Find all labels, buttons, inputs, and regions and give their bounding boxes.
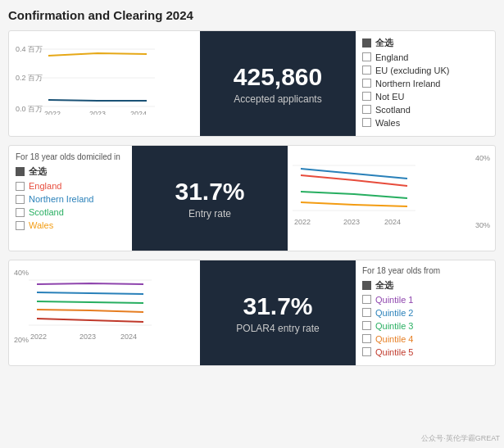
card1-chart-area: 0.4 百万 0.2 百万 0.0 百万 2022 2023 2024 — [9, 31, 200, 136]
card-polar4: 40% 20% 2022 2023 2024 31.7% — [8, 260, 496, 366]
c2-checkbox-wales[interactable] — [16, 221, 25, 230]
c2-label-wales: Wales — [29, 220, 53, 230]
c3-checkbox-q1[interactable] — [362, 295, 371, 304]
c2-checkbox-england[interactable] — [16, 182, 25, 191]
c3-checkbox-q3[interactable] — [362, 321, 371, 330]
c3-label-q4: Quintile 4 — [375, 334, 413, 344]
c2-label-scotland: Scotland — [29, 207, 64, 217]
svg-text:2023: 2023 — [79, 333, 96, 341]
c2-label-all: 全选 — [29, 165, 47, 178]
card1-stat-number: 425,860 — [234, 63, 322, 90]
svg-text:2022: 2022 — [44, 110, 61, 115]
page-title: Confirmation and Clearing 2024 — [8, 8, 496, 22]
card1-stat-block: 425,860 Accepted applicants — [200, 31, 356, 136]
legend-checkbox-all[interactable] — [362, 38, 371, 48]
svg-text:2023: 2023 — [343, 218, 360, 226]
card1-y-label-bot: 0.0 百万 — [16, 104, 43, 115]
c2-label-ni: Northern Ireland — [29, 194, 94, 204]
card1-y-label-mid: 0.2 百万 — [16, 73, 43, 84]
legend-item-noteu: Not EU — [362, 92, 488, 102]
card3-svg-chart: 2022 2023 2024 — [29, 272, 152, 346]
legend-item-eu: EU (excluding UK) — [362, 66, 488, 75]
card1-svg-chart: 2022 2023 2024 — [40, 41, 155, 115]
card2-legend: For 18 year olds domiciled in 全选 England… — [9, 146, 132, 251]
c2-checkbox-ni[interactable] — [16, 195, 25, 204]
svg-text:2022: 2022 — [30, 333, 47, 341]
card2-svg-chart: 2022 2023 2024 — [293, 157, 415, 231]
card2-chart-area: 40% 30% 2022 2023 2024 — [288, 146, 495, 251]
legend-checkbox-scotland[interactable] — [362, 105, 371, 114]
c2-y-bot: 30% — [475, 221, 490, 229]
legend-label-scotland: Scotland — [375, 105, 411, 115]
legend-checkbox-noteu[interactable] — [362, 92, 371, 101]
legend-checkbox-wales[interactable] — [362, 118, 371, 127]
c2-legend-england: England — [16, 181, 125, 191]
c3-legend-q3: Quintile 3 — [362, 321, 488, 331]
c2-label-england: England — [29, 181, 61, 191]
legend-label-eu: EU (excluding UK) — [375, 66, 449, 75]
svg-text:2024: 2024 — [130, 110, 147, 115]
legend-label-all: 全选 — [375, 37, 393, 49]
svg-text:2022: 2022 — [294, 218, 311, 226]
watermark: 公众号·英伦学霸GREAT — [421, 433, 500, 444]
c3-legend-q4: Quintile 4 — [362, 334, 488, 344]
legend-item-scotland: Scotland — [362, 105, 488, 115]
card3-stat-label: POLAR4 entry rate — [236, 323, 319, 334]
c3-legend-q2: Quintile 2 — [362, 308, 488, 318]
card-entry-rate: For 18 year olds domiciled in 全选 England… — [8, 145, 496, 251]
c3-y-bot: 20% — [14, 336, 29, 344]
c2-legend-wales: Wales — [16, 220, 125, 230]
c3-label-q5: Quintile 5 — [375, 347, 413, 357]
c3-checkbox-q4[interactable] — [362, 334, 371, 343]
c2-legend-ni: Northern Ireland — [16, 194, 125, 204]
c3-label-all: 全选 — [375, 279, 393, 292]
c3-y-top: 40% — [14, 269, 29, 277]
svg-text:2024: 2024 — [384, 218, 401, 226]
c3-checkbox-q5[interactable] — [362, 347, 371, 356]
c3-legend-q5: Quintile 5 — [362, 347, 488, 357]
svg-text:2024: 2024 — [120, 333, 137, 341]
c2-legend-scotland: Scotland — [16, 207, 125, 217]
card-accepted-applicants: 0.4 百万 0.2 百万 0.0 百万 2022 2023 2024 425,… — [8, 30, 496, 137]
card3-legend: For 18 year olds from 全选 Quintile 1 Quin… — [356, 260, 495, 365]
legend-item-wales: Wales — [362, 118, 488, 128]
legend-label-ni: Northern Ireland — [375, 79, 441, 88]
legend-item-england: England — [362, 52, 488, 62]
legend-label-wales: Wales — [375, 118, 400, 128]
c2-legend-all: 全选 — [16, 165, 125, 178]
card2-stat-number: 31.7% — [175, 178, 244, 205]
card3-stat-block: 31.7% POLAR4 entry rate — [200, 260, 356, 365]
c3-checkbox-q2[interactable] — [362, 308, 371, 317]
c3-label-q1: Quintile 1 — [375, 295, 413, 305]
c3-legend-all: 全选 — [362, 279, 488, 292]
card2-stat-label: Entry rate — [188, 208, 231, 219]
legend-checkbox-england[interactable] — [362, 52, 371, 61]
card3-chart-area: 40% 20% 2022 2023 2024 — [9, 260, 200, 365]
legend-checkbox-ni[interactable] — [362, 79, 371, 88]
c3-legend-q1: Quintile 1 — [362, 295, 488, 305]
legend-label-england: England — [375, 52, 408, 62]
card1-stat-label: Accepted applicants — [234, 93, 321, 105]
legend-item-ni: Northern Ireland — [362, 79, 488, 88]
card3-chart-title: For 18 year olds from — [362, 266, 488, 275]
c3-checkbox-all[interactable] — [362, 281, 371, 290]
c3-label-q2: Quintile 2 — [375, 308, 413, 318]
card1-legend: 全选 England EU (excluding UK) Northern Ir… — [356, 31, 495, 136]
card2-stat-block: 31.7% Entry rate — [132, 146, 288, 251]
c3-label-q3: Quintile 3 — [375, 321, 413, 331]
c2-checkbox-all[interactable] — [16, 167, 25, 176]
legend-item-all: 全选 — [362, 37, 488, 49]
card3-stat-number: 31.7% — [243, 292, 312, 319]
legend-checkbox-eu[interactable] — [362, 66, 371, 75]
card2-chart-title: For 18 year olds domiciled in — [16, 152, 125, 161]
legend-label-noteu: Not EU — [375, 92, 404, 102]
c2-checkbox-scotland[interactable] — [16, 208, 25, 217]
c2-y-top: 40% — [475, 154, 490, 162]
svg-text:2023: 2023 — [89, 110, 106, 115]
card1-y-label-top: 0.4 百万 — [16, 44, 43, 55]
